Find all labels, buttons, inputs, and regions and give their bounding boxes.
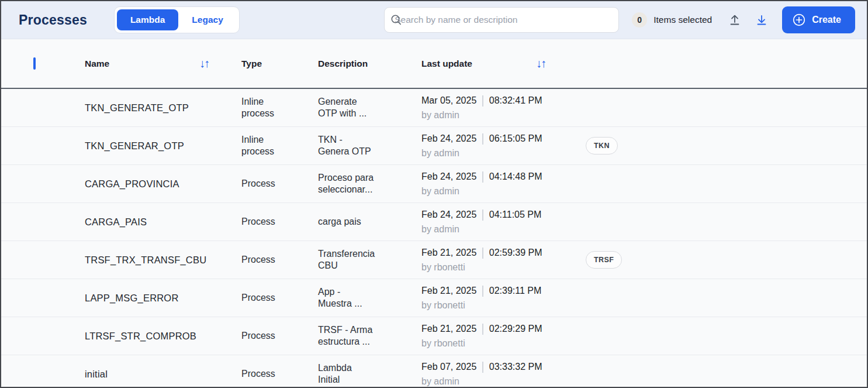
process-type: Inline process <box>241 134 318 157</box>
topbar: Processes Lambda Legacy 0 Items selected <box>1 1 867 39</box>
process-type: Process <box>241 178 318 190</box>
process-type: Process <box>241 254 318 266</box>
column-header-last-update: Last update <box>421 59 472 69</box>
process-table: Name ↓↑ Type Description Last update ↓↑ … <box>1 39 867 388</box>
table-row[interactable]: CARGA_PAIS Process carga pais Feb 24, 20… <box>1 203 867 241</box>
table-header-row: Name ↓↑ Type Description Last update ↓↑ <box>1 39 867 89</box>
process-description: Proceso para seleccionar... <box>318 172 421 195</box>
updated-by: by rbonetti <box>421 300 559 311</box>
select-all-checkbox[interactable] <box>33 57 36 70</box>
update-time: 04:14:48 PM <box>489 171 542 182</box>
create-button-label: Create <box>812 15 841 25</box>
update-time: 08:32:41 PM <box>489 95 542 106</box>
table-row[interactable]: TKN_GENERATE_OTP Inline process Generate… <box>1 89 867 127</box>
update-time: 04:11:05 PM <box>489 210 542 220</box>
table-row[interactable]: initial Process Lambda Initial Feb 07, 2… <box>1 355 867 388</box>
update-date: Feb 24, 2025 <box>421 171 476 182</box>
update-time: 03:33:32 PM <box>489 362 542 372</box>
date-time-divider <box>482 133 483 145</box>
create-button[interactable]: Create <box>782 6 855 33</box>
process-type: Process <box>241 368 318 380</box>
search-box <box>384 7 619 33</box>
update-date: Feb 24, 2025 <box>421 210 476 220</box>
process-name: TKN_GENERATE_OTP <box>85 102 241 114</box>
table-row[interactable]: LTRSF_STR_COMPROB Process TRSF - Arma es… <box>1 317 867 355</box>
toggle-lambda[interactable]: Lambda <box>117 9 178 30</box>
update-date: Feb 21, 2025 <box>421 248 476 258</box>
page-title: Processes <box>19 12 87 28</box>
process-type: Process <box>241 330 318 342</box>
date-time-divider <box>482 95 483 107</box>
process-name: CARGA_PAIS <box>85 217 241 228</box>
process-type: Process <box>241 216 318 228</box>
selection-status: 0 Items selected <box>632 12 712 28</box>
date-time-divider <box>482 171 483 183</box>
last-update-cell: Feb 24, 2025 04:14:48 PM by admin <box>421 171 559 197</box>
tag-badge: TRSF <box>586 251 622 269</box>
process-type: Process <box>241 292 318 304</box>
date-time-divider <box>482 210 483 221</box>
process-type: Inline process <box>241 96 318 119</box>
last-update-cell: Feb 07, 2025 03:33:32 PM by admin <box>421 362 559 387</box>
update-time: 02:29:29 PM <box>489 324 542 334</box>
process-type-toggle: Lambda Legacy <box>114 6 240 33</box>
update-date: Feb 21, 2025 <box>421 324 476 334</box>
process-name: initial <box>85 369 241 380</box>
process-description: TRSF - Arma estructura ... <box>318 324 421 348</box>
last-update-cell: Feb 21, 2025 02:39:11 PM by rbonetti <box>421 286 559 311</box>
updated-by: by admin <box>421 224 559 235</box>
process-description: Lambda Initial <box>318 362 421 386</box>
table-row[interactable]: TKN_GENERAR_OTP Inline process TKN - Gen… <box>1 127 867 165</box>
update-date: Mar 05, 2025 <box>421 95 476 106</box>
search-input[interactable] <box>384 7 619 33</box>
process-name: CARGA_PROVINCIA <box>85 178 241 190</box>
process-name: TKN_GENERAR_OTP <box>85 140 241 152</box>
updated-by: by admin <box>421 110 559 121</box>
last-update-cell: Mar 05, 2025 08:32:41 PM by admin <box>421 95 559 121</box>
process-name: TRSF_TRX_TRANSF_CBU <box>85 255 241 266</box>
updated-by: by admin <box>421 376 559 387</box>
column-header-type: Type <box>241 59 318 69</box>
updated-by: by rbonetti <box>421 338 559 349</box>
process-name: LAPP_MSG_ERROR <box>85 293 241 304</box>
selected-label: Items selected <box>653 15 712 25</box>
last-update-cell: Feb 21, 2025 02:29:29 PM by rbonetti <box>421 324 559 349</box>
table-row[interactable]: LAPP_MSG_ERROR Process App - Muestra ...… <box>1 279 867 317</box>
column-header-name: Name <box>85 59 109 69</box>
date-time-divider <box>482 362 483 373</box>
last-update-cell: Feb 24, 2025 04:11:05 PM by admin <box>421 210 559 235</box>
process-description: carga pais <box>318 216 421 228</box>
update-date: Feb 24, 2025 <box>421 133 476 144</box>
toggle-legacy[interactable]: Legacy <box>178 9 236 30</box>
table-row[interactable]: CARGA_PROVINCIA Process Proceso para sel… <box>1 165 867 203</box>
process-description: Transferencia CBU <box>318 248 421 272</box>
update-time: 06:15:05 PM <box>489 133 542 144</box>
process-description: Generate OTP with ... <box>318 96 421 119</box>
last-update-cell: Feb 21, 2025 02:59:39 PM by rbonetti <box>421 248 559 273</box>
tag-badge: TKN <box>586 137 618 154</box>
download-icon <box>755 13 768 26</box>
last-update-cell: Feb 24, 2025 06:15:05 PM by admin <box>421 133 559 159</box>
table-body: TKN_GENERATE_OTP Inline process Generate… <box>1 89 867 388</box>
updated-by: by admin <box>421 148 559 159</box>
download-button[interactable] <box>753 11 770 29</box>
column-header-description: Description <box>318 59 421 69</box>
process-name: LTRSF_STR_COMPROB <box>85 331 241 342</box>
plus-circle-icon <box>792 13 806 27</box>
search-icon <box>390 13 403 26</box>
date-time-divider <box>482 248 483 259</box>
process-description: TKN - Genera OTP <box>318 134 421 157</box>
update-time: 02:59:39 PM <box>489 248 542 258</box>
updated-by: by admin <box>421 186 559 197</box>
sort-name-icon[interactable]: ↓↑ <box>199 57 209 70</box>
upload-button[interactable] <box>726 11 743 29</box>
date-time-divider <box>482 324 483 335</box>
upload-icon <box>728 13 741 26</box>
table-row[interactable]: TRSF_TRX_TRANSF_CBU Process Transferenci… <box>1 241 867 279</box>
update-time: 02:39:11 PM <box>489 286 542 296</box>
updated-by: by rbonetti <box>421 262 559 273</box>
date-time-divider <box>482 286 483 297</box>
update-date: Feb 07, 2025 <box>421 362 476 372</box>
sort-last-update-icon[interactable]: ↓↑ <box>536 57 545 70</box>
process-description: App - Muestra ... <box>318 286 421 310</box>
